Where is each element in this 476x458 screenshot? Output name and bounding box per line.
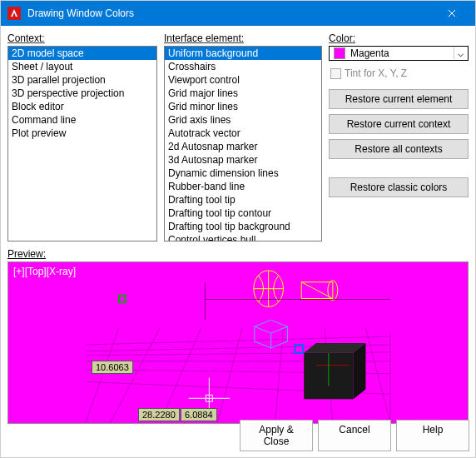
list-item[interactable]: Grid minor lines — [165, 100, 321, 113]
list-item[interactable]: Autotrack vector — [165, 127, 321, 140]
list-item[interactable]: Sheet / layout — [8, 60, 156, 73]
close-button[interactable] — [435, 1, 469, 26]
list-item[interactable]: 2D model space — [8, 47, 156, 60]
app-icon — [7, 7, 21, 20]
window-title: Drawing Window Colors — [27, 7, 435, 19]
list-item[interactable]: 3d Autosnap marker — [165, 153, 321, 167]
main-content: Context: 2D model spaceSheet / layout3D … — [1, 26, 475, 248]
list-item[interactable]: Control vertices hull — [165, 233, 321, 241]
list-item[interactable]: 2d Autosnap marker — [165, 140, 321, 153]
list-item[interactable]: Grid axis lines — [165, 113, 321, 127]
list-item[interactable]: Viewport control — [165, 73, 321, 87]
color-value: Magenta — [349, 47, 454, 59]
list-item[interactable]: Crosshairs — [165, 60, 321, 73]
list-item[interactable]: Grid major lines — [165, 87, 321, 100]
list-item[interactable]: Drafting tool tip — [165, 193, 321, 207]
list-item[interactable]: Drafting tool tip background — [165, 220, 321, 233]
list-item[interactable]: Drafting tool tip contour — [165, 207, 321, 220]
tint-checkbox[interactable] — [330, 68, 341, 79]
titlebar: Drawing Window Colors — [1, 1, 475, 26]
help-button[interactable]: Help — [396, 420, 469, 451]
list-item[interactable]: 3D perspective projection — [8, 87, 156, 100]
cancel-button[interactable]: Cancel — [318, 420, 391, 451]
list-item[interactable]: 3D parallel projection — [8, 73, 156, 87]
preview-area: [+][Top][X-ray] 10.6063 28.2280 6.0884 — [7, 261, 469, 424]
list-item[interactable]: Block editor — [8, 100, 156, 113]
color-label: Color: — [329, 32, 469, 44]
restore-classic-button[interactable]: Restore classic colors — [329, 177, 469, 197]
restore-element-button[interactable]: Restore current element — [329, 89, 469, 109]
interface-label: Interface element: — [164, 32, 322, 44]
context-listbox[interactable]: 2D model spaceSheet / layout3D parallel … — [7, 46, 157, 241]
color-dropdown[interactable]: Magenta ⌵ — [329, 46, 469, 61]
tint-label: Tint for X, Y, Z — [345, 67, 407, 79]
tint-checkbox-row: Tint for X, Y, Z — [329, 66, 469, 81]
coord-readout-2: 28.2280 — [138, 408, 180, 421]
preview-render — [8, 262, 468, 423]
context-label: Context: — [7, 32, 157, 44]
svg-rect-5 — [295, 345, 303, 353]
list-item[interactable]: Uniform background — [165, 47, 321, 60]
footer-buttons: Apply & Close Cancel Help — [240, 420, 469, 451]
list-item[interactable]: Plot preview — [8, 127, 156, 140]
preview-label: Preview: — [1, 248, 475, 260]
interface-listbox[interactable]: Uniform backgroundCrosshairsViewport con… — [164, 46, 322, 241]
list-item[interactable]: Rubber-band line — [165, 180, 321, 193]
restore-context-button[interactable]: Restore current context — [329, 114, 469, 134]
restore-all-button[interactable]: Restore all contexts — [329, 139, 469, 159]
apply-close-button[interactable]: Apply & Close — [240, 420, 313, 451]
list-item[interactable]: Command line — [8, 113, 156, 127]
coord-readout-1: 10.6063 — [92, 361, 133, 374]
chevron-down-icon: ⌵ — [454, 47, 467, 59]
list-item[interactable]: Dynamic dimension lines — [165, 167, 321, 180]
coord-readout-3: 6.0884 — [181, 408, 217, 421]
color-swatch — [334, 47, 345, 59]
view-label: [+][Top][X-ray] — [13, 266, 76, 277]
snap-marker — [118, 295, 126, 303]
